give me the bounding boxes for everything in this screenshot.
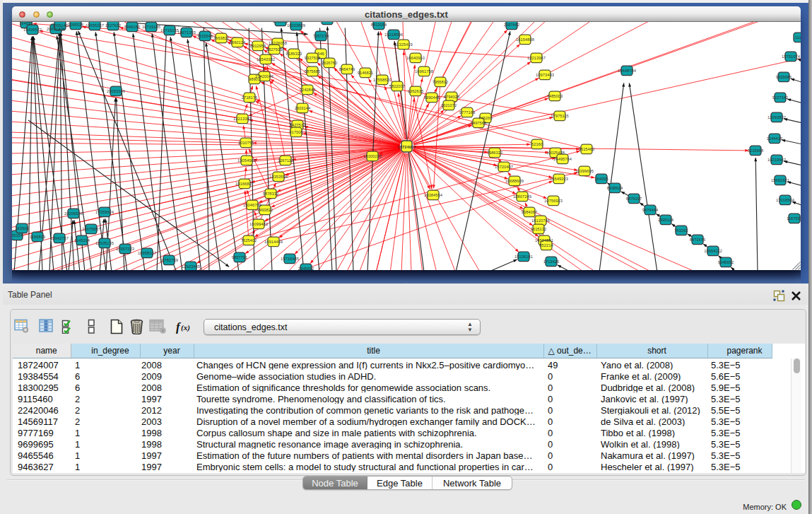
svg-text:14495764: 14495764 [553, 157, 572, 161]
svg-text:18807249: 18807249 [513, 194, 531, 199]
svg-text:6497568: 6497568 [471, 121, 487, 125]
svg-text:9327508: 9327508 [305, 56, 321, 60]
svg-text:16914469: 16914469 [264, 240, 283, 244]
svg-text:5215958: 5215958 [748, 148, 764, 153]
svg-text:746266: 746266 [478, 116, 492, 120]
svg-text:8912954: 8912954 [250, 44, 266, 48]
svg-text:164095: 164095 [594, 177, 608, 181]
svg-text:20206536: 20206536 [64, 211, 83, 216]
svg-text:16671355: 16671355 [177, 30, 196, 35]
svg-text:7357274: 7357274 [313, 34, 329, 38]
svg-text:1145194: 1145194 [74, 238, 90, 243]
svg-text:2626760: 2626760 [322, 61, 338, 65]
svg-text:852214: 852214 [539, 243, 553, 247]
svg-text:10399695: 10399695 [575, 169, 594, 173]
svg-text:9146821: 9146821 [358, 71, 374, 75]
svg-text:7663822: 7663822 [213, 36, 230, 40]
svg-text:29053346: 29053346 [107, 89, 125, 93]
svg-text:12505135: 12505135 [95, 241, 114, 245]
svg-text:16549323: 16549323 [550, 177, 568, 181]
svg-text:7485003: 7485003 [547, 94, 563, 98]
svg-text:16961758: 16961758 [415, 69, 433, 74]
svg-text:5875685: 5875685 [305, 69, 321, 74]
svg-text:98901: 98901 [249, 77, 260, 81]
svg-text:817006: 817006 [289, 130, 302, 134]
svg-text:10756923: 10756923 [544, 199, 563, 203]
svg-text:39154: 39154 [12, 233, 23, 238]
svg-text:10958107: 10958107 [138, 251, 156, 255]
svg-text:8660124: 8660124 [230, 40, 246, 45]
svg-text:12923445: 12923445 [182, 264, 200, 269]
svg-text:18724007: 18724007 [398, 145, 416, 149]
svg-text:9227342: 9227342 [772, 95, 789, 100]
svg-text:10210643: 10210643 [767, 158, 786, 162]
svg-text:3493822: 3493822 [257, 208, 273, 212]
svg-text:1117: 1117 [795, 35, 801, 40]
svg-text:8471676: 8471676 [690, 238, 706, 242]
svg-text:7625402: 7625402 [241, 238, 257, 243]
svg-text:8938924: 8938924 [607, 186, 623, 190]
svg-text:9777169: 9777169 [459, 110, 476, 115]
svg-text:5822037: 5822037 [389, 84, 406, 88]
svg-text:12213383: 12213383 [233, 117, 252, 121]
svg-text:16154808: 16154808 [516, 37, 534, 42]
svg-text:2069140: 2069140 [52, 23, 69, 28]
svg-text:7955812: 7955812 [433, 80, 449, 84]
svg-text:10688609: 10688609 [505, 179, 524, 183]
svg-text:1167533: 1167533 [787, 216, 801, 221]
svg-text:15692921: 15692921 [771, 178, 789, 182]
svg-text:9084067: 9084067 [522, 210, 538, 214]
svg-text:6466160: 6466160 [124, 25, 141, 29]
svg-text:1362615: 1362615 [408, 89, 424, 93]
svg-text:9857791: 9857791 [232, 255, 248, 259]
svg-text:15136141: 15136141 [514, 255, 533, 259]
svg-text:10719155: 10719155 [160, 28, 179, 33]
svg-text:1156829: 1156829 [30, 235, 45, 239]
svg-text:2718176: 2718176 [242, 95, 258, 100]
svg-text:6879197: 6879197 [626, 197, 642, 201]
svg-text:16120746: 16120746 [531, 218, 550, 223]
svg-text:164055: 164055 [19, 22, 33, 25]
svg-text:19384554: 19384554 [424, 193, 443, 197]
svg-text:12093832: 12093832 [767, 115, 786, 119]
svg-text:1621072: 1621072 [441, 103, 457, 107]
svg-text:8427512: 8427512 [290, 123, 306, 127]
svg-text:5878332: 5878332 [263, 192, 279, 196]
svg-text:10655267: 10655267 [86, 23, 104, 28]
svg-text:19218596: 19218596 [384, 33, 403, 37]
svg-text:1065526: 1065526 [68, 23, 84, 27]
svg-text:10648784: 10648784 [618, 69, 637, 73]
svg-text:7986322: 7986322 [487, 151, 503, 155]
svg-text:23975887: 23975887 [82, 227, 100, 231]
svg-text:17016504: 17016504 [776, 198, 795, 202]
svg-text:17957223: 17957223 [116, 247, 134, 251]
svg-text:14524851: 14524851 [535, 238, 553, 243]
svg-text:10654112: 10654112 [704, 249, 722, 253]
svg-text:10025438: 10025438 [546, 151, 565, 155]
svg-text:15716485: 15716485 [281, 257, 299, 261]
svg-text:9827509: 9827509 [266, 47, 283, 52]
svg-text:163506: 163506 [15, 226, 28, 230]
svg-text:18300235: 18300235 [363, 154, 382, 158]
svg-text:16405572: 16405572 [23, 28, 42, 32]
svg-text:16543382: 16543382 [257, 57, 275, 62]
svg-text:8813054: 8813054 [371, 23, 387, 27]
svg-text:1603380: 1603380 [273, 22, 289, 23]
svg-text:9615460: 9615460 [579, 147, 595, 151]
svg-text:763262: 763262 [674, 228, 688, 233]
svg-text:2935114: 2935114 [658, 218, 674, 222]
svg-text:1010755: 1010755 [238, 141, 254, 145]
svg-text:15046786: 15046786 [243, 203, 261, 207]
svg-text:2345652: 2345652 [298, 267, 314, 270]
svg-text:9242843: 9242843 [300, 88, 316, 92]
svg-text:10719185: 10719185 [142, 25, 160, 29]
svg-text:1527602: 1527602 [105, 23, 122, 28]
svg-text:12213967: 12213967 [527, 56, 546, 60]
svg-text:12942757: 12942757 [50, 236, 69, 240]
svg-text:1615132: 1615132 [531, 227, 547, 231]
svg-text:16782759: 16782759 [160, 258, 178, 262]
svg-text:19166827: 19166827 [235, 182, 254, 186]
svg-text:17975115: 17975115 [551, 114, 568, 118]
svg-text:3267110: 3267110 [278, 158, 293, 163]
svg-text:2603144: 2603144 [295, 106, 311, 110]
